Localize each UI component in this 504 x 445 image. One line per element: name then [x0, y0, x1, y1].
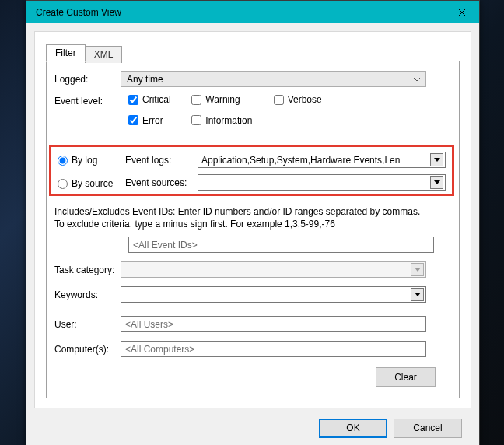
- event-sources-dropdown-button[interactable]: [430, 176, 443, 189]
- event-level-label: Event level:: [54, 96, 121, 107]
- tab-xml[interactable]: XML: [85, 46, 123, 63]
- cancel-button[interactable]: Cancel: [394, 419, 462, 438]
- svg-marker-3: [434, 180, 440, 184]
- triangle-down-icon: [434, 180, 440, 186]
- desktop-background: Create Custom View Filter XML Logged: An…: [0, 0, 504, 445]
- highlight-box: By log By source Event logs: Application…: [49, 145, 454, 196]
- logged-row: Logged: Any time: [54, 71, 426, 87]
- tab-panel-filter: Logged: Any time Event level: Critical W…: [46, 61, 460, 398]
- keywords-dropdown[interactable]: [121, 286, 426, 303]
- computers-label: Computer(s):: [54, 344, 121, 355]
- chevron-down-icon: [413, 75, 421, 83]
- keywords-dropdown-button[interactable]: [411, 288, 424, 301]
- triangle-down-icon: [434, 157, 440, 163]
- verbose-checkbox[interactable]: Verbose: [274, 94, 322, 105]
- close-icon: [458, 9, 466, 16]
- triangle-down-icon: [415, 267, 421, 273]
- event-logs-value: Application,Setup,System,Hardware Events…: [201, 155, 430, 166]
- title-bar: Create Custom View: [26, 1, 479, 23]
- user-input[interactable]: <All Users>: [121, 316, 426, 332]
- logged-dropdown[interactable]: Any time: [121, 71, 426, 87]
- computers-row: Computer(s): <All Computers>: [54, 341, 426, 357]
- user-placeholder: <All Users>: [125, 319, 173, 330]
- event-logs-dropdown[interactable]: Application,Setup,System,Hardware Events…: [198, 152, 446, 168]
- event-sources-label: Event sources:: [125, 177, 198, 188]
- keywords-label: Keywords:: [54, 289, 121, 300]
- window-title: Create Custom View: [36, 7, 121, 18]
- dialog-footer: OK Cancel: [26, 410, 479, 445]
- error-checkbox[interactable]: Error: [128, 115, 163, 126]
- event-logs-label: Event logs:: [125, 155, 198, 166]
- event-level-section: Event level: Critical Warning Verbose Er…: [54, 94, 322, 128]
- by-log-radio[interactable]: By log: [58, 155, 97, 166]
- event-logs-dropdown-button[interactable]: [430, 153, 443, 166]
- event-ids-input[interactable]: <All Event IDs>: [128, 237, 434, 253]
- triangle-down-icon: [415, 292, 421, 298]
- task-category-dropdown-button: [411, 263, 424, 276]
- close-button[interactable]: [444, 1, 479, 23]
- client-area: Filter XML Logged: Any time Event level:: [34, 31, 471, 408]
- includes-excludes-text: Includes/Excludes Event IDs: Enter ID nu…: [54, 205, 428, 230]
- task-category-dropdown: [121, 261, 426, 278]
- computers-placeholder: <All Computers>: [125, 344, 194, 355]
- event-sources-dropdown[interactable]: [198, 174, 446, 191]
- svg-marker-4: [415, 268, 421, 272]
- logged-label: Logged:: [54, 74, 121, 85]
- ok-button[interactable]: OK: [319, 419, 387, 438]
- user-label: User:: [54, 319, 121, 330]
- svg-marker-2: [434, 158, 440, 162]
- tab-strip: Filter XML: [46, 44, 121, 61]
- computers-input[interactable]: <All Computers>: [121, 341, 426, 357]
- svg-marker-5: [415, 293, 421, 296]
- warning-checkbox[interactable]: Warning: [191, 94, 240, 105]
- dialog-window: Create Custom View Filter XML Logged: An…: [26, 0, 480, 445]
- logged-value: Any time: [127, 74, 163, 85]
- user-row: User: <All Users>: [54, 316, 426, 332]
- keywords-row: Keywords:: [54, 286, 426, 303]
- by-source-radio[interactable]: By source: [58, 178, 113, 189]
- clear-button[interactable]: Clear: [376, 367, 436, 387]
- critical-checkbox[interactable]: Critical: [128, 94, 171, 105]
- event-ids-placeholder: <All Event IDs>: [133, 240, 198, 251]
- task-category-row: Task category:: [54, 261, 426, 278]
- tab-filter[interactable]: Filter: [46, 44, 86, 62]
- task-category-label: Task category:: [54, 265, 121, 275]
- information-checkbox[interactable]: Information: [191, 115, 252, 126]
